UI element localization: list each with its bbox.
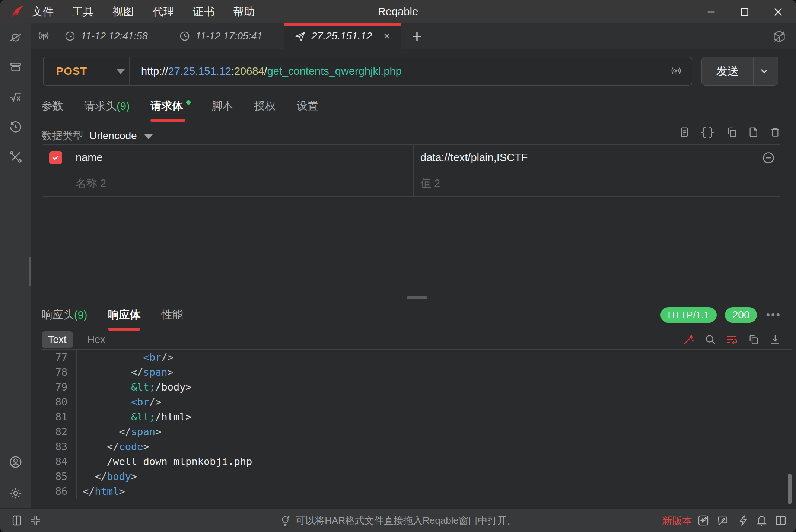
request-tab[interactable]: 请求体 xyxy=(150,96,191,116)
datatype-select[interactable]: Urlencode xyxy=(89,130,137,142)
request-tab-label: 设置 xyxy=(296,99,318,114)
sandbox-off-icon[interactable] xyxy=(772,29,786,44)
code-text: </span> xyxy=(77,424,161,439)
menu-item-6[interactable]: 帮助 xyxy=(233,4,255,19)
viewmode-hex[interactable]: Hex xyxy=(81,331,112,348)
line-number: 81 xyxy=(41,410,77,424)
response-tab-count: (9) xyxy=(74,309,87,321)
split-view-icon[interactable] xyxy=(774,514,787,527)
titlebar: 文件工具视图代理证书帮助 Reqable xyxy=(0,0,796,23)
send-button[interactable]: 发送 xyxy=(702,57,753,85)
method-select[interactable]: POST xyxy=(56,57,87,85)
line-number: 82 xyxy=(41,424,77,439)
clock-icon xyxy=(179,31,190,42)
beautify-wand-icon[interactable] xyxy=(683,334,695,345)
remove-row-icon[interactable] xyxy=(762,151,775,165)
response-tab[interactable]: 响应头(9) xyxy=(42,305,87,325)
copy-icon[interactable] xyxy=(726,126,738,138)
param-checkbox[interactable] xyxy=(43,145,68,171)
menu-item-5[interactable]: 证书 xyxy=(193,4,214,19)
line-number: 78 xyxy=(41,365,77,380)
traffic-planet-icon[interactable] xyxy=(9,31,22,44)
settings-gear-icon[interactable] xyxy=(9,487,22,500)
statusbar: 可以将HAR格式文件直接拖入Reqable窗口中打开。 新版本 xyxy=(0,508,796,532)
splitter-handle[interactable] xyxy=(407,296,427,299)
request-tab[interactable]: 请求头(9) xyxy=(84,96,130,116)
code-text: <br/> xyxy=(77,395,161,410)
code-line: 84 /well_down_mlpnkobji.php xyxy=(41,454,792,469)
broadcast-icon[interactable] xyxy=(37,30,50,42)
response-tab-label: 性能 xyxy=(161,308,183,322)
request-tab[interactable]: 脚本 xyxy=(211,96,233,116)
param-name-input[interactable]: name xyxy=(68,145,414,171)
close-tab-icon[interactable]: × xyxy=(381,30,393,42)
collapse-panels-icon[interactable] xyxy=(29,514,42,527)
new-tab-button[interactable]: + xyxy=(408,27,426,45)
history-tab-2[interactable]: 11-12 17:05:41 xyxy=(179,23,262,49)
request-tab[interactable]: 授权 xyxy=(254,96,276,116)
param-name-input[interactable]: 名称 2 xyxy=(68,171,414,196)
tab-divider xyxy=(280,29,280,44)
param-value-input[interactable]: 值 2 xyxy=(414,171,757,196)
history-tab-time: 11-12 12:41:58 xyxy=(81,31,148,42)
request-tab-label: 参数 xyxy=(42,99,63,114)
response-tab-label: 响应体 xyxy=(108,308,140,322)
account-icon[interactable] xyxy=(9,455,22,469)
line-number: 77 xyxy=(41,350,77,365)
menu-item-2[interactable]: 工具 xyxy=(72,4,94,19)
response-header: 响应头(9)响应体性能 HTTP/1.1 200 ••• xyxy=(42,302,781,328)
method-caret-icon[interactable] xyxy=(117,69,125,74)
code-line: 85 </body> xyxy=(41,469,792,484)
notifications-bell-icon[interactable] xyxy=(755,514,768,527)
performance-bolt-icon[interactable] xyxy=(737,514,750,527)
request-tab[interactable]: 参数 xyxy=(42,96,63,116)
more-options-icon[interactable]: ••• xyxy=(766,309,781,321)
whats-new-icon[interactable] xyxy=(697,514,710,527)
code-text: </body> xyxy=(77,469,137,484)
response-tab[interactable]: 性能 xyxy=(161,305,183,325)
response-tab-label: 响应头 xyxy=(42,308,74,322)
formula-sqrt-icon[interactable] xyxy=(9,90,22,104)
maximize-icon[interactable] xyxy=(739,6,751,18)
history-tab-1[interactable]: 11-12 12:41:58 xyxy=(64,23,148,49)
viewmode-text[interactable]: Text xyxy=(42,331,73,348)
copy-icon[interactable] xyxy=(748,334,760,345)
menu-item-1[interactable]: 文件 xyxy=(32,4,54,19)
new-version-link[interactable]: 新版本 xyxy=(662,514,692,528)
code-line: 86</html> xyxy=(41,484,792,499)
param-row: 名称 2 值 2 xyxy=(43,171,780,196)
menu-item-4[interactable]: 代理 xyxy=(153,4,174,19)
tools-icon[interactable] xyxy=(9,150,22,163)
form-view-icon[interactable] xyxy=(678,126,690,138)
param-checkbox[interactable] xyxy=(43,171,68,196)
url-input[interactable]: http://27.25.151.12:20684/get_contents_q… xyxy=(141,57,402,85)
request-tab-label: 授权 xyxy=(254,99,276,114)
collection-box-icon[interactable] xyxy=(9,60,22,74)
checkbox-checked-icon[interactable] xyxy=(49,151,62,164)
search-icon[interactable] xyxy=(704,334,716,345)
response-tab[interactable]: 响应体 xyxy=(108,305,140,325)
datatype-label: 数据类型 xyxy=(42,129,83,143)
history-icon[interactable] xyxy=(9,120,22,134)
delete-icon[interactable] xyxy=(769,126,781,138)
menu-item-3[interactable]: 视图 xyxy=(112,4,134,19)
broadcast-icon[interactable] xyxy=(670,65,682,77)
close-window-icon[interactable] xyxy=(772,6,784,18)
param-value-input[interactable]: data://text/plain,ISCTF xyxy=(414,145,757,171)
request-tab[interactable]: 设置 xyxy=(296,96,318,116)
word-wrap-icon[interactable] xyxy=(726,334,738,345)
datatype-caret-icon[interactable] xyxy=(144,134,153,139)
send-options-chevron-icon[interactable] xyxy=(758,65,770,77)
download-icon[interactable] xyxy=(769,334,781,345)
feedback-icon[interactable] xyxy=(716,514,729,527)
scrollbar-thumb[interactable] xyxy=(788,474,792,504)
code-line: 82 </span> xyxy=(41,424,792,439)
minimize-icon[interactable] xyxy=(705,6,717,18)
raw-json-icon[interactable]: {} xyxy=(700,126,716,138)
active-request-tab[interactable]: 27.25.151.12 × xyxy=(284,23,401,49)
toggle-sidebar-icon[interactable] xyxy=(10,514,23,527)
response-body-viewer[interactable]: 77 <br/>78 </span>79 &lt;/body>80 <br/>8… xyxy=(41,349,792,505)
main-panel: POST http://27.25.151.12:20684/get_conte… xyxy=(31,49,796,508)
file-icon[interactable] xyxy=(748,126,760,138)
url-bar: POST http://27.25.151.12:20684/get_conte… xyxy=(43,57,692,86)
